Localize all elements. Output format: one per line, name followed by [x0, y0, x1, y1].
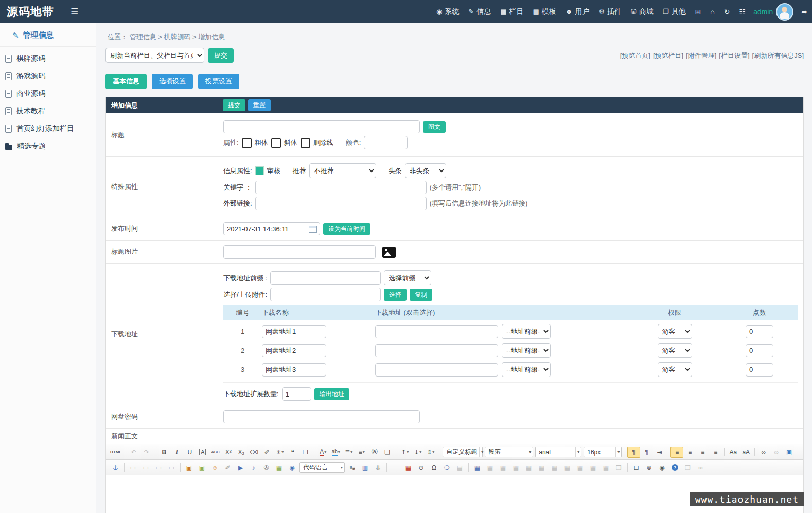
headline-select[interactable]: 非头条	[405, 163, 446, 178]
tab-option-settings[interactable]: 选项设置	[152, 74, 193, 89]
download-name-input[interactable]	[262, 325, 326, 338]
form-reset-button[interactable]: 重置	[248, 99, 271, 111]
recommend-select[interactable]: 不推荐	[309, 163, 376, 178]
nav-item-columns[interactable]: ▦栏目	[496, 7, 528, 16]
title-image-input[interactable]	[223, 245, 376, 259]
download-prefix-select[interactable]: 选择前缀	[384, 270, 431, 285]
download-name-input[interactable]	[262, 344, 326, 357]
quick-link-refresh-all-info-js[interactable]: [刷新所有信息JS]	[752, 51, 804, 60]
emotion-icon[interactable]: ☺	[208, 462, 221, 473]
paragraph-combo[interactable]: 段落▾	[485, 447, 533, 457]
set-current-time-button[interactable]: 设为当前时间	[323, 223, 370, 235]
indent-icon[interactable]: ⇥	[653, 447, 666, 458]
attachment-copy-button[interactable]: 复制	[410, 289, 432, 301]
insert-image-icon[interactable]: ▣	[183, 462, 196, 473]
lowercase-icon[interactable]: aA	[739, 447, 752, 458]
netdisk-password-input[interactable]	[223, 410, 420, 423]
insert-time-icon[interactable]: ⊙	[415, 462, 428, 473]
home-icon[interactable]: ⌂	[705, 8, 719, 16]
remote-image-icon[interactable]: ⇊	[372, 462, 384, 473]
download-address-input[interactable]	[375, 344, 498, 357]
align-right-icon[interactable]: ≡	[696, 447, 709, 458]
blockquote-icon[interactable]: ❝	[286, 447, 299, 458]
font-family-combo[interactable]: arial▾	[535, 447, 581, 457]
italic-icon[interactable]: I	[170, 447, 183, 458]
italic-checkbox[interactable]	[271, 138, 281, 148]
new-page-icon[interactable]: ❏	[381, 447, 394, 458]
font-size-combo[interactable]: 16px▾	[584, 447, 622, 457]
align-center-icon[interactable]: ≡	[683, 447, 696, 458]
unlink-icon[interactable]: ∞	[770, 447, 783, 458]
refresh-submit-button[interactable]: 提交	[208, 48, 234, 63]
uppercase-icon[interactable]: Aa	[727, 447, 739, 458]
refresh-icon[interactable]: ↻	[719, 8, 735, 16]
image-upload-icon[interactable]	[382, 247, 396, 258]
align-left-icon[interactable]: ≡	[670, 447, 683, 458]
insert-row-icon[interactable]: ▦	[509, 462, 522, 473]
autoformat-icon[interactable]: ✳▾	[273, 447, 286, 458]
unordered-list-icon[interactable]: ≡▾	[355, 447, 368, 458]
indent-right-icon[interactable]: ▭	[152, 462, 165, 473]
publish-time-input[interactable]	[223, 222, 320, 235]
search-replace-icon[interactable]: ◉	[656, 462, 668, 473]
paste-icon[interactable]: ❒	[299, 447, 312, 458]
points-input[interactable]	[746, 363, 773, 377]
insert-code-icon[interactable]: ↹	[346, 462, 359, 473]
attachment-input[interactable]	[270, 288, 381, 301]
photo-frame-icon[interactable]: ▦	[273, 462, 286, 473]
redo-icon[interactable]: ↷	[140, 447, 153, 458]
sidebar-item-qipai-yuanma[interactable]: 棋牌源码	[0, 50, 96, 67]
undo-icon[interactable]: ↶	[127, 447, 140, 458]
insert-columns-icon[interactable]: ▥	[359, 462, 372, 473]
superscript-icon[interactable]: X²	[222, 447, 235, 458]
title-input[interactable]	[223, 120, 420, 133]
link-icon[interactable]: ∞	[757, 447, 770, 458]
delete-row-icon[interactable]: ▦	[522, 462, 535, 473]
horizontal-rule-icon[interactable]: —	[389, 462, 402, 473]
calendar-icon[interactable]	[309, 226, 317, 233]
nav-item-plugins[interactable]: ⚙插件	[594, 7, 626, 16]
external-link-input[interactable]	[255, 197, 427, 210]
insert-music-icon[interactable]: ♪	[247, 462, 260, 473]
download-name-input[interactable]	[262, 363, 326, 377]
ordered-list-icon[interactable]: ≣▾	[342, 447, 355, 458]
quick-link-attachment-manager[interactable]: [附件管理]	[686, 51, 716, 60]
address-prefix-select[interactable]: --地址前缀--	[502, 362, 551, 377]
sidebar-item-jishu-jiaocheng[interactable]: 技术教程	[0, 102, 96, 120]
download-prefix-input[interactable]	[270, 271, 381, 285]
sidebar-item-youxi-yuanma[interactable]: 游戏源码	[0, 67, 96, 85]
code-language-combo[interactable]: 代码语言▾	[299, 462, 345, 473]
admin-username[interactable]: admin	[753, 8, 773, 16]
quick-link-preview-home[interactable]: [预览首页]	[620, 51, 650, 60]
output-address-button[interactable]: 输出地址	[314, 388, 349, 400]
custom-title-combo[interactable]: 自定义标题▾	[443, 447, 483, 457]
permission-select[interactable]: 游客	[658, 362, 692, 377]
points-input[interactable]	[746, 325, 773, 338]
preview-icon[interactable]: ⊚	[643, 462, 656, 473]
avatar[interactable]	[776, 3, 793, 21]
anchor-icon[interactable]: ⚓	[109, 462, 122, 473]
fullscreen-icon[interactable]: ▣	[783, 447, 796, 458]
rtl-paragraph-icon[interactable]: ¶	[640, 447, 653, 458]
paragraph-spacing-bottom-icon[interactable]: ↧▾	[411, 447, 424, 458]
attachment-choose-button[interactable]: 选择	[384, 289, 407, 301]
nav-item-other[interactable]: ❐其他	[658, 7, 691, 16]
strikethrough-checkbox[interactable]	[301, 138, 310, 148]
insert-map-icon[interactable]: ❍	[440, 462, 453, 473]
quick-link-column-settings[interactable]: [栏目设置]	[719, 51, 749, 60]
nav-item-info[interactable]: ✎信息	[464, 7, 496, 16]
line-height-icon[interactable]: ⇕▾	[424, 447, 437, 458]
indent-clear-icon[interactable]: ▭	[165, 462, 178, 473]
points-input[interactable]	[746, 344, 773, 357]
underline-icon[interactable]: U	[183, 447, 196, 458]
bold-checkbox[interactable]	[242, 138, 252, 148]
auto-typeset-icon[interactable]: ⓐ	[368, 447, 381, 458]
word-image-icon[interactable]: ▤	[453, 462, 466, 473]
delete-table-icon[interactable]: ▦	[484, 462, 497, 473]
nav-item-users[interactable]: ☻用户	[561, 7, 594, 16]
insert-date-icon[interactable]: ▦	[402, 462, 415, 473]
table-title-icon[interactable]: ▦	[497, 462, 509, 473]
table-paste-icon[interactable]: ❒	[612, 462, 625, 473]
audit-checkbox[interactable]	[255, 166, 264, 175]
help-icon[interactable]: ?	[668, 462, 681, 473]
